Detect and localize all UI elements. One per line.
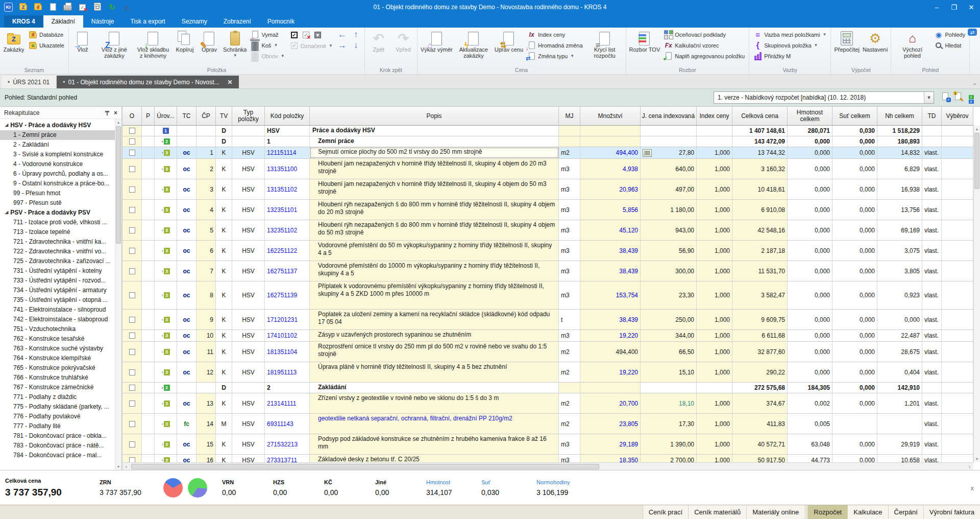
cell-idx[interactable]: 1,000 — [697, 414, 732, 434]
quick-home-icon[interactable]: ⌂ — [122, 3, 131, 12]
row-checkbox[interactable] — [129, 349, 135, 355]
status-materialy-online[interactable]: Materiály online — [746, 505, 804, 519]
cell-td[interactable]: vlast. — [922, 414, 942, 434]
sidebar-item[interactable]: 784 - Dokončovací práce - mal... — [0, 451, 115, 460]
cell-idx[interactable]: 1,000 — [697, 393, 732, 413]
cell-typ[interactable]: HSV — [232, 310, 265, 329]
cell-mj[interactable]: m2 — [559, 362, 580, 382]
cell-mj[interactable]: m2 — [559, 342, 580, 362]
cell-typ[interactable] — [232, 126, 265, 136]
cell-tc[interactable]: fc — [177, 414, 197, 434]
cell-popis[interactable]: Zřízení vrstvy z geotextilie v rovině ne… — [310, 393, 559, 413]
cell-total[interactable]: 42 548,16 — [732, 220, 788, 240]
cell-idx[interactable]: 1,000 — [697, 200, 732, 220]
cell-wt[interactable]: 0,002 — [788, 393, 832, 413]
menu-tisk-a-export[interactable]: Tisk a export — [122, 15, 173, 28]
cell-mj[interactable]: m3 — [559, 159, 580, 179]
cell-typ[interactable]: HSV — [232, 220, 265, 240]
cell-td[interactable]: vlast. — [922, 159, 942, 179]
clipboard-button[interactable]: Schránka▼ — [222, 29, 248, 66]
cell-sut[interactable]: 0,030 — [832, 126, 877, 136]
cell-sut[interactable]: 0,000 — [832, 342, 877, 362]
recalculate-button[interactable]: Přepočítej — [832, 29, 861, 66]
cell-jcena[interactable]: 27,80 — [641, 147, 697, 158]
cell-wt[interactable]: 0,000 — [788, 136, 832, 147]
cell-cp[interactable]: 7 — [197, 261, 216, 281]
bulk-change-button[interactable]: ↓Hromadná změna — [526, 40, 584, 50]
sidebar-item[interactable]: 99 - Přesun hmot — [0, 188, 115, 198]
row-checkbox[interactable] — [129, 166, 135, 172]
cell-total[interactable]: 6 611,68 — [732, 330, 788, 341]
cell-wt[interactable]: 0,005 — [788, 414, 832, 434]
cell-p[interactable] — [142, 281, 155, 309]
cell-mj[interactable]: m2 — [559, 414, 580, 434]
cell-typ[interactable]: HSV — [232, 200, 265, 220]
cell-qty[interactable]: 153,754 — [580, 281, 641, 309]
cell-kod[interactable]: 171201231 — [265, 310, 310, 329]
col-header-tc[interactable]: TC — [177, 107, 197, 125]
cell-popis[interactable]: Poplatek za uložení zeminy a kamení na r… — [310, 310, 559, 329]
cell-td[interactable]: vlast. — [922, 310, 942, 329]
cell-wt[interactable]: 280,071 — [788, 126, 832, 136]
cell-vyber[interactable] — [942, 414, 973, 434]
sidebar-item[interactable]: 763 - Konstrukce suché výstavby — [0, 344, 115, 353]
cell-o[interactable] — [122, 147, 142, 158]
sidebar-item[interactable]: 766 - Konstrukce truhlářské — [0, 373, 115, 383]
cell-o[interactable] — [122, 362, 142, 382]
cell-nh[interactable]: 1,201 — [877, 393, 922, 413]
cell-popis[interactable]: Vodorovné přemístění do 10000 m výkopku/… — [310, 261, 559, 281]
cell-idx[interactable] — [697, 383, 732, 393]
quick-check-delete-icon[interactable]: ✓ — [78, 3, 87, 12]
row-checkbox[interactable] — [129, 207, 135, 213]
cell-tv[interactable]: M — [216, 414, 232, 434]
cell-mj[interactable]: m3 — [559, 330, 580, 341]
cell-idx[interactable] — [697, 136, 732, 147]
col-header-o[interactable]: O — [122, 107, 142, 125]
cell-tv[interactable]: K — [216, 362, 232, 382]
move-down-button[interactable]: ↓ — [350, 40, 362, 50]
cell-mj[interactable]: m3 — [559, 434, 580, 454]
cell-popis[interactable]: Zemní práce — [310, 136, 559, 147]
sidebar-item[interactable]: PSV - Práce a dodávky PSV — [0, 208, 115, 218]
cell-mj[interactable]: t — [559, 310, 580, 329]
cell-idx[interactable]: 1,000 — [697, 330, 732, 341]
cell-total[interactable]: 374,67 — [732, 393, 788, 413]
cell-sut[interactable] — [832, 414, 877, 434]
cell-o[interactable] — [122, 159, 142, 179]
cell-kod[interactable]: HSV — [265, 126, 310, 136]
cell-tv[interactable]: K — [216, 434, 232, 454]
cell-urov[interactable]: ›3 — [155, 342, 177, 362]
sidebar-item[interactable]: 762 - Konstrukce tesařské — [0, 334, 115, 344]
trash-button[interactable]: Koš▼ — [249, 40, 286, 50]
cell-urov[interactable]: ›3 — [155, 261, 177, 281]
cover-sheet-button[interactable]: ≡Krycí list rozpočtu — [585, 29, 624, 66]
cell-kod[interactable]: 181351104 — [265, 342, 310, 362]
cell-tv[interactable]: K — [216, 220, 232, 240]
cell-mj[interactable] — [559, 136, 580, 147]
cell-urov[interactable]: ›3 — [155, 281, 177, 309]
cell-nh[interactable]: 180,893 — [877, 136, 922, 147]
adjust-price-button[interactable]: ⇅Uprav cenu — [493, 29, 525, 66]
cell-tv[interactable]: K — [216, 179, 232, 199]
cell-typ[interactable]: HSV — [232, 342, 265, 362]
cell-nh[interactable]: 28,675 — [877, 342, 922, 362]
cell-qty[interactable] — [580, 383, 641, 393]
orders-button[interactable]: ZZakázky — [2, 29, 26, 66]
cell-idx[interactable]: 1,000 — [697, 310, 732, 329]
row-checkbox[interactable] — [129, 317, 135, 323]
cell-cp[interactable]: 15 — [197, 434, 216, 454]
cell-td[interactable]: vlast. — [922, 362, 942, 382]
default-view-button[interactable]: ⌂Výchozí pohled — [893, 29, 932, 66]
cell-o[interactable] — [122, 220, 142, 240]
cell-td[interactable]: vlast. — [922, 434, 942, 454]
cell-sut[interactable]: 0,000 — [832, 220, 877, 240]
cell-urov[interactable]: ›3 — [155, 241, 177, 261]
status-kalkulace[interactable]: Kalkulace — [847, 505, 888, 519]
cell-nh[interactable]: 0,404 — [877, 362, 922, 382]
cell-kod[interactable]: 174101102 — [265, 330, 310, 341]
cell-tv[interactable]: K — [216, 342, 232, 362]
cell-cp[interactable]: 10 — [197, 330, 216, 341]
version-select[interactable]: 1. verze - Nabídkový rozpočet [nabídka] … — [714, 91, 934, 104]
cell-p[interactable] — [142, 434, 155, 454]
cell-vyber[interactable] — [942, 393, 973, 413]
